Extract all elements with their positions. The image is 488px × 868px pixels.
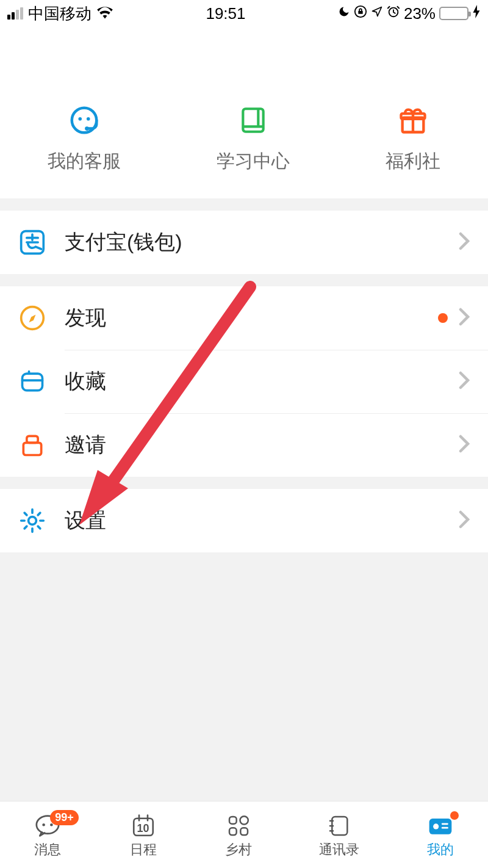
grid-icon	[224, 814, 253, 838]
battery-icon	[439, 7, 468, 20]
shortcut-customer-service[interactable]: 我的客服	[48, 104, 121, 174]
row-label: 发现	[65, 304, 438, 332]
row-favorites[interactable]: 收藏	[0, 350, 488, 413]
battery-pct-label: 23%	[404, 4, 436, 23]
tab-mine[interactable]: 我的	[426, 814, 455, 859]
section-discover: 发现 收藏 邀请	[0, 286, 488, 477]
alipay-icon	[18, 228, 46, 256]
svg-rect-25	[332, 817, 348, 835]
chevron-right-icon	[459, 232, 470, 253]
row-label: 支付宝(钱包)	[65, 228, 459, 256]
svg-point-22	[240, 816, 248, 824]
shortcut-benefits[interactable]: 福利社	[386, 104, 440, 174]
svg-rect-12	[23, 443, 41, 455]
carrier-label: 中国移动	[28, 3, 92, 24]
svg-point-5	[85, 126, 89, 131]
tab-label: 乡村	[225, 841, 252, 859]
chevron-right-icon	[459, 371, 470, 392]
tab-label: 消息	[34, 841, 61, 859]
svg-rect-29	[442, 826, 448, 828]
chevron-right-icon	[459, 510, 470, 531]
tab-schedule[interactable]: 10 日程	[129, 814, 158, 859]
status-bar: 中国移动 19:51 23%	[0, 0, 488, 27]
svg-rect-24	[240, 828, 248, 835]
tabbar: 99+ 消息 10 日程 乡村 通讯录 我的	[0, 801, 488, 868]
svg-point-18	[43, 823, 46, 826]
svg-rect-6	[243, 109, 263, 132]
shortcut-label: 学习中心	[217, 149, 290, 174]
tab-label: 我的	[427, 841, 454, 859]
shortcut-row: 我的客服 学习中心 福利社	[0, 82, 488, 198]
gear-icon	[18, 507, 46, 535]
shortcut-learning-center[interactable]: 学习中心	[217, 104, 290, 174]
wifi-icon	[96, 4, 113, 23]
svg-rect-13	[27, 436, 38, 443]
row-invite[interactable]: 邀请	[0, 413, 488, 477]
section-payment: 支付宝(钱包)	[0, 211, 488, 274]
row-alipay[interactable]: 支付宝(钱包)	[0, 211, 488, 274]
tab-label: 通讯录	[319, 841, 359, 859]
alarm-icon	[387, 5, 400, 22]
svg-rect-11	[23, 374, 43, 391]
svg-point-14	[29, 517, 37, 525]
svg-point-4	[87, 117, 90, 121]
header-blank	[0, 27, 488, 82]
chevron-right-icon	[459, 435, 470, 455]
shortcut-label: 福利社	[386, 149, 440, 174]
row-label: 设置	[65, 507, 459, 535]
svg-point-3	[79, 117, 82, 121]
clock-label: 19:51	[113, 4, 338, 23]
section-settings: 设置	[0, 489, 488, 552]
tab-contacts[interactable]: 通讯录	[319, 814, 359, 859]
tab-label: 日程	[130, 841, 157, 859]
row-label: 收藏	[65, 367, 459, 396]
charging-icon	[472, 5, 481, 22]
chevron-right-icon	[459, 308, 470, 328]
notification-dot	[438, 313, 448, 323]
headset-icon	[66, 104, 102, 137]
contacts-icon	[325, 814, 354, 838]
badge: 99+	[50, 810, 79, 825]
profile-icon	[426, 814, 455, 838]
svg-rect-23	[229, 828, 237, 835]
lock-rotation-icon	[354, 5, 367, 22]
compass-icon	[18, 304, 46, 332]
box-icon	[18, 431, 46, 459]
svg-point-27	[433, 823, 439, 829]
moon-icon	[338, 5, 350, 21]
svg-rect-21	[229, 817, 237, 824]
shortcut-label: 我的客服	[48, 149, 121, 174]
row-discover[interactable]: 发现	[0, 286, 488, 350]
tab-messages[interactable]: 99+ 消息	[33, 814, 62, 859]
calendar-day: 10	[129, 822, 158, 835]
calendar-icon: 10	[129, 814, 158, 838]
gift-icon	[395, 104, 431, 137]
tab-village[interactable]: 乡村	[224, 814, 253, 859]
row-settings[interactable]: 设置	[0, 489, 488, 552]
location-icon	[371, 5, 383, 21]
folder-icon	[18, 367, 46, 396]
signal-icon	[7, 7, 23, 20]
svg-rect-26	[429, 819, 451, 834]
book-icon	[235, 104, 271, 137]
notification-dot	[450, 811, 459, 820]
svg-rect-28	[442, 823, 448, 825]
row-label: 邀请	[65, 431, 459, 459]
